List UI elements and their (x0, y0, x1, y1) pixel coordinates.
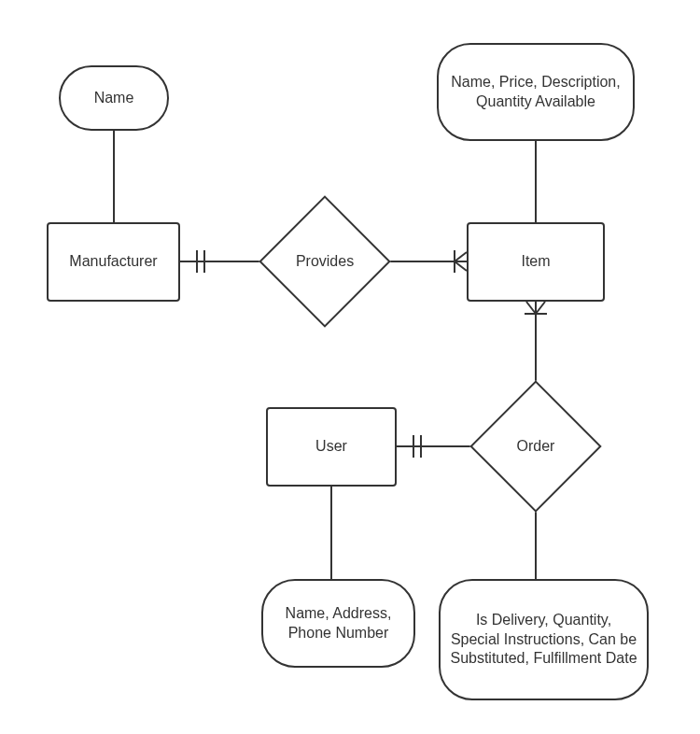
attribute-order-label: Is Delivery, Quantity, Special Instructi… (450, 611, 637, 669)
relationship-provides: Provides (259, 196, 390, 327)
relationship-order: Order (470, 381, 601, 512)
attribute-manufacturer: Name (59, 65, 169, 131)
er-diagram-canvas: Name Name, Price, Description, Quantity … (0, 0, 700, 734)
entity-user-label: User (315, 437, 347, 457)
entity-manufacturer: Manufacturer (47, 222, 180, 302)
relationship-order-label: Order (517, 438, 555, 455)
svg-line-12 (536, 302, 545, 314)
attribute-item: Name, Price, Description, Quantity Avail… (437, 43, 635, 141)
entity-item: Item (467, 222, 605, 302)
attribute-manufacturer-label: Name (94, 89, 134, 108)
attribute-user-label: Name, Address, Phone Number (273, 604, 404, 643)
svg-line-8 (455, 261, 467, 271)
entity-item-label: Item (521, 252, 550, 272)
svg-line-11 (526, 302, 536, 314)
entity-manufacturer-label: Manufacturer (69, 252, 157, 272)
entity-user: User (266, 407, 397, 487)
svg-line-7 (455, 252, 467, 261)
attribute-order: Is Delivery, Quantity, Special Instructi… (439, 579, 649, 700)
attribute-user: Name, Address, Phone Number (261, 579, 415, 668)
relationship-provides-label: Provides (296, 253, 354, 270)
attribute-item-label: Name, Price, Description, Quantity Avail… (448, 73, 623, 112)
